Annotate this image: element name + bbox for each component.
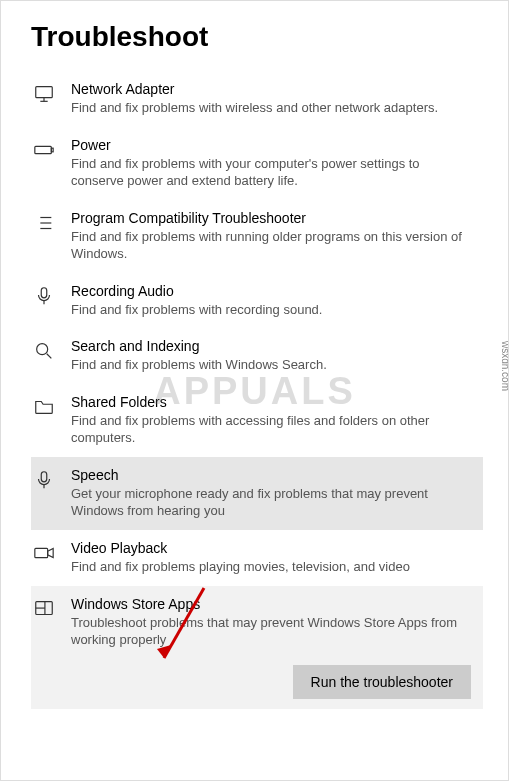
svg-rect-0: [36, 87, 53, 98]
item-title: Shared Folders: [71, 394, 475, 410]
item-desc: Find and fix problems with running older…: [71, 228, 475, 263]
microphone-icon: [31, 467, 57, 491]
item-desc: Troubleshoot problems that may prevent W…: [71, 614, 475, 649]
item-title: Speech: [71, 467, 475, 483]
item-title: Video Playback: [71, 540, 475, 556]
svg-rect-11: [41, 287, 47, 297]
item-title: Program Compatibility Troubleshooter: [71, 210, 475, 226]
item-desc: Get your microphone ready and fix proble…: [71, 485, 475, 520]
run-troubleshooter-button[interactable]: Run the troubleshooter: [293, 665, 471, 699]
list-icon: [31, 210, 57, 234]
svg-marker-18: [48, 548, 53, 557]
svg-rect-4: [51, 148, 53, 152]
item-desc: Find and fix problems with your computer…: [71, 155, 475, 190]
item-title: Windows Store Apps: [71, 596, 475, 612]
page-title: Troubleshoot: [31, 21, 483, 53]
svg-rect-17: [35, 548, 48, 557]
troubleshooter-video-playback[interactable]: Video Playback Find and fix problems pla…: [31, 530, 483, 586]
troubleshooter-windows-store-apps[interactable]: Windows Store Apps Troubleshoot problems…: [31, 586, 483, 659]
action-row: Run the troubleshooter: [31, 659, 483, 709]
monitor-icon: [31, 81, 57, 105]
item-title: Power: [71, 137, 475, 153]
troubleshooter-network-adapter[interactable]: Network Adapter Find and fix problems wi…: [31, 71, 483, 127]
item-desc: Find and fix problems with accessing fil…: [71, 412, 475, 447]
battery-icon: [31, 137, 57, 161]
folder-icon: [31, 394, 57, 418]
svg-line-14: [47, 354, 52, 359]
troubleshooter-power[interactable]: Power Find and fix problems with your co…: [31, 127, 483, 200]
item-desc: Find and fix problems with recording sou…: [71, 301, 475, 319]
item-title: Search and Indexing: [71, 338, 475, 354]
item-desc: Find and fix problems with wireless and …: [71, 99, 475, 117]
item-desc: Find and fix problems with Windows Searc…: [71, 356, 475, 374]
svg-rect-3: [35, 146, 52, 153]
item-title: Recording Audio: [71, 283, 475, 299]
troubleshooter-search-indexing[interactable]: Search and Indexing Find and fix problem…: [31, 328, 483, 384]
item-desc: Find and fix problems playing movies, te…: [71, 558, 475, 576]
troubleshooter-recording-audio[interactable]: Recording Audio Find and fix problems wi…: [31, 273, 483, 329]
svg-rect-15: [41, 472, 47, 482]
troubleshooter-shared-folders[interactable]: Shared Folders Find and fix problems wit…: [31, 384, 483, 457]
microphone-icon: [31, 283, 57, 307]
search-icon: [31, 338, 57, 362]
item-title: Network Adapter: [71, 81, 475, 97]
troubleshooter-speech[interactable]: Speech Get your microphone ready and fix…: [31, 457, 483, 530]
apps-icon: [31, 596, 57, 620]
troubleshooter-program-compatibility[interactable]: Program Compatibility Troubleshooter Fin…: [31, 200, 483, 273]
svg-point-13: [37, 344, 48, 355]
video-icon: [31, 540, 57, 564]
source-text: wsxdn.com: [500, 340, 510, 390]
